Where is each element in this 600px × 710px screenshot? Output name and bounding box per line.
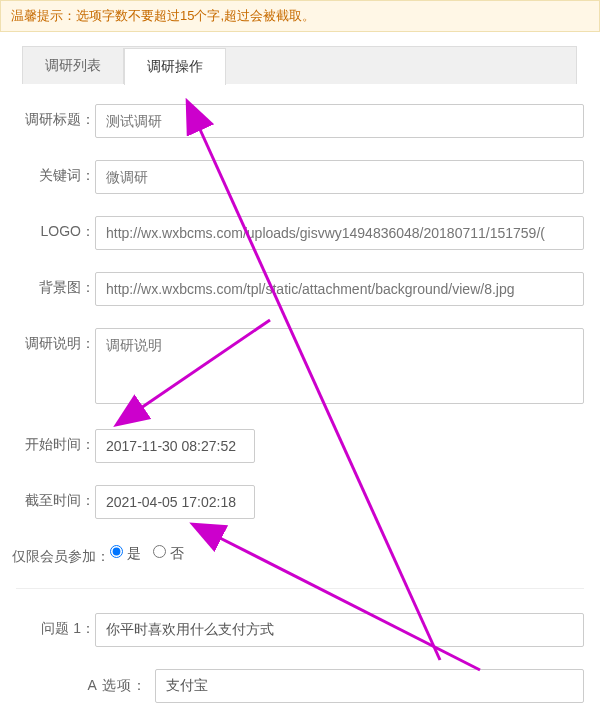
logo-input[interactable] (95, 216, 584, 250)
label-desc: 调研说明： (0, 328, 95, 353)
tab-survey-ops[interactable]: 调研操作 (124, 48, 226, 85)
label-title: 调研标题： (0, 104, 95, 129)
bg-input[interactable] (95, 272, 584, 306)
title-input[interactable] (95, 104, 584, 138)
label-question-1: 问题 1： (0, 613, 95, 638)
desc-textarea[interactable] (95, 328, 584, 404)
radio-yes-label[interactable]: 是 (110, 545, 141, 561)
warning-tip: 温馨提示：选项字数不要超过15个字,超过会被截取。 (0, 0, 600, 32)
radio-yes[interactable] (110, 545, 123, 558)
label-end: 截至时间： (0, 485, 95, 510)
divider (16, 588, 584, 589)
radio-no[interactable] (153, 545, 166, 558)
question-1-input[interactable] (95, 613, 584, 647)
radio-no-text: 否 (170, 545, 184, 561)
member-only-group: 是 否 (110, 541, 584, 563)
label-bg: 背景图： (0, 272, 95, 297)
radio-yes-text: 是 (127, 545, 141, 561)
end-time-input[interactable] (95, 485, 255, 519)
survey-form: 调研标题： 关键词： LOGO： 背景图： 调研说明： 开始时间： 截至时间： … (0, 84, 600, 703)
start-time-input[interactable] (95, 429, 255, 463)
label-member-only: 仅限会员参加： (0, 541, 110, 566)
label-keyword: 关键词： (0, 160, 95, 185)
label-start: 开始时间： (0, 429, 95, 454)
label-logo: LOGO： (0, 216, 95, 241)
keyword-input[interactable] (95, 160, 584, 194)
label-option-a: A 选项： (0, 677, 155, 695)
radio-no-label[interactable]: 否 (153, 545, 184, 561)
tab-survey-list[interactable]: 调研列表 (23, 48, 124, 84)
tab-bar: 调研列表 调研操作 (22, 46, 577, 84)
option-a-input[interactable] (155, 669, 584, 703)
